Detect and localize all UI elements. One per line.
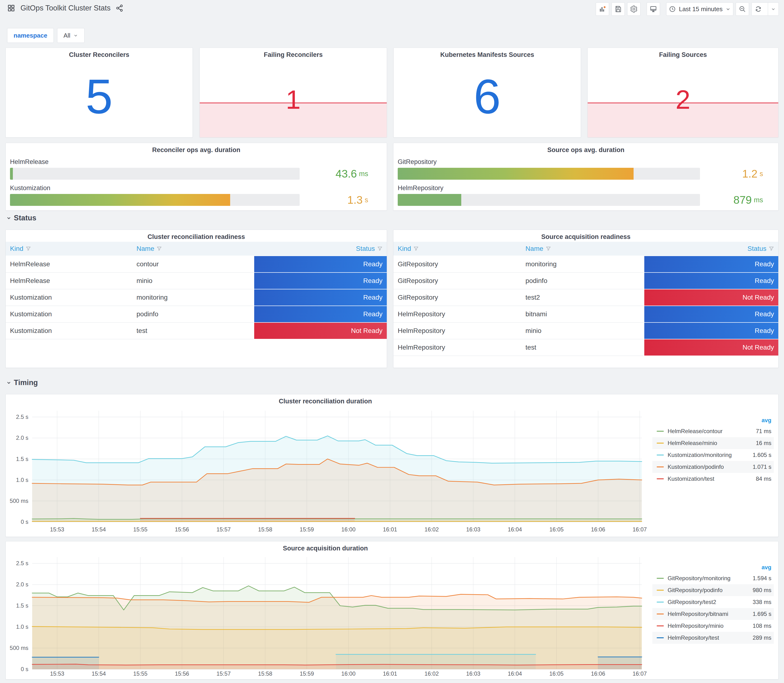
stat-value: 6 <box>474 72 501 121</box>
x-axis-tick-label: 16:07 <box>633 526 647 532</box>
column-header-name[interactable]: Name <box>132 245 253 252</box>
stat-value: 1 <box>286 87 301 113</box>
stat-panel-title[interactable]: Failing Reconcilers <box>200 51 387 59</box>
table-panel-title[interactable]: Source acquisition readiness <box>393 233 778 240</box>
bargauge-row-label: GitRepository <box>398 158 437 166</box>
filter-funnel-icon[interactable] <box>377 246 383 251</box>
legend-series-name: Kustomization/podinfo <box>668 463 753 470</box>
section-status[interactable]: Status <box>6 214 37 222</box>
column-header-kind[interactable]: Kind <box>6 245 132 252</box>
table-row: HelmReleaseminioReady <box>6 273 387 289</box>
time-range-picker[interactable]: Last 15 minutes <box>666 2 733 16</box>
bargauge-panel-title[interactable]: Source ops avg. duration <box>393 146 778 154</box>
column-header-kind[interactable]: Kind <box>393 245 521 252</box>
filter-funnel-icon[interactable] <box>769 246 774 251</box>
legend-series-avg: 108 ms <box>753 622 771 629</box>
save-dashboard-button[interactable] <box>611 2 625 16</box>
legend-item[interactable]: GitRepository/podinfo980 ms <box>653 584 774 596</box>
legend-item[interactable]: Kustomization/podinfo1.071 s <box>653 461 774 473</box>
legend-item[interactable]: HelmRepository/test289 ms <box>653 632 774 644</box>
dashboard-settings-button[interactable] <box>627 2 640 16</box>
legend-avg-header[interactable]: avg <box>653 562 774 572</box>
cell-status-badge: Not Ready <box>254 323 387 339</box>
x-axis-tick-label: 16:00 <box>341 670 356 677</box>
legend-item[interactable]: HelmRelease/contour71 ms <box>653 425 774 437</box>
column-header-status[interactable]: Status <box>644 245 778 252</box>
legend-item[interactable]: HelmRelease/minio16 ms <box>653 437 774 449</box>
x-axis-tick-label: 16:04 <box>508 670 522 677</box>
column-header-label: Kind <box>10 245 23 252</box>
legend-series-name: HelmRepository/minio <box>668 622 753 629</box>
legend-series-swatch <box>657 478 664 479</box>
add-panel-button[interactable] <box>596 2 609 16</box>
time-range-label: Last 15 minutes <box>679 5 723 13</box>
refresh-interval-button[interactable] <box>768 3 779 16</box>
legend-series-name: Kustomization/monitoring <box>668 452 753 459</box>
legend-series-name: Kustomization/test <box>668 476 756 482</box>
y-axis-tick-label: 2.5 s <box>16 414 28 420</box>
stat-panel-title[interactable]: Failing Sources <box>588 51 778 59</box>
bargauge-value-number: 43.6 <box>336 167 357 180</box>
stat-panel-title[interactable]: Kubernetes Manifests Sources <box>394 51 581 59</box>
x-axis-tick-label: 16:05 <box>549 670 564 677</box>
legend-item[interactable]: HelmRepository/bitnami1.695 s <box>653 608 774 620</box>
legend-series-swatch <box>657 443 664 444</box>
bargauge-row-label: HelmRepository <box>398 184 443 192</box>
legend-series-name: HelmRepository/test <box>668 635 753 641</box>
cell-status-badge: Ready <box>254 256 387 272</box>
zoom-out-button[interactable] <box>736 2 749 16</box>
table-row: KustomizationmonitoringReady <box>6 289 387 306</box>
y-axis-tick-label: 2.0 s <box>16 581 28 588</box>
x-axis-tick-label: 15:57 <box>216 670 231 677</box>
filter-funnel-icon[interactable] <box>26 246 31 251</box>
y-axis-tick-label: 1.5 s <box>16 456 28 462</box>
x-axis-tick-label: 15:59 <box>300 670 314 677</box>
legend-avg-header[interactable]: avg <box>653 415 774 425</box>
stat-panel-title[interactable]: Cluster Reconcilers <box>6 51 192 59</box>
legend-item[interactable]: GitRepository/monitoring1.594 s <box>653 572 774 584</box>
x-axis-tick-label: 15:56 <box>175 670 189 677</box>
x-axis-tick-label: 16:06 <box>591 526 605 532</box>
x-axis-tick-label: 15:56 <box>175 526 189 532</box>
y-axis-tick-label: 0 s <box>21 666 28 672</box>
section-timing[interactable]: Timing <box>6 378 38 387</box>
chevron-down-icon <box>725 6 731 12</box>
legend-series-name: GitRepository/test2 <box>668 599 753 605</box>
column-header-name[interactable]: Name <box>521 245 644 252</box>
stat-value: 2 <box>675 87 690 113</box>
table-row: KustomizationpodinfoReady <box>6 306 387 323</box>
legend-series-avg: 16 ms <box>756 440 771 446</box>
table-row: GitRepositorypodinfoReady <box>393 273 778 289</box>
dashboard-header: GitOps Toolkit Cluster Stats <box>7 4 123 12</box>
share-icon[interactable] <box>115 4 123 12</box>
x-axis-tick-label: 16:06 <box>591 670 605 677</box>
legend-item[interactable]: Kustomization/test84 ms <box>653 473 774 485</box>
y-axis-tick-label: 0 s <box>21 519 28 525</box>
filter-funnel-icon[interactable] <box>546 246 551 251</box>
legend-item[interactable]: Kustomization/monitoring1.605 s <box>653 449 774 461</box>
table-row: KustomizationtestNot Ready <box>6 323 387 339</box>
table-header-row: KindNameStatus <box>393 242 778 256</box>
namespace-variable-value-dropdown[interactable]: All <box>57 28 85 43</box>
filter-funnel-icon[interactable] <box>157 246 162 251</box>
column-header-label: Status <box>747 245 766 252</box>
filter-funnel-icon[interactable] <box>414 246 418 251</box>
legend-item[interactable]: GitRepository/test2338 ms <box>653 596 774 608</box>
chevron-down-icon <box>771 6 776 11</box>
table-panel-title[interactable]: Cluster reconciliation readiness <box>6 233 387 240</box>
apps-grid-icon[interactable] <box>7 4 15 12</box>
cell-status-badge: Ready <box>644 323 778 339</box>
bargauge-value-number: 1.3 <box>348 194 363 206</box>
namespace-variable-label[interactable]: namespace <box>7 28 54 43</box>
column-header-label: Name <box>136 245 154 252</box>
cell-kind: Kustomization <box>6 323 132 339</box>
x-axis-tick-label: 15:55 <box>133 526 148 532</box>
refresh-button[interactable] <box>752 3 765 16</box>
cell-status-badge: Ready <box>254 289 387 306</box>
column-header-status[interactable]: Status <box>253 245 387 252</box>
cell-name: minio <box>132 273 253 289</box>
bargauge-panel-title[interactable]: Reconciler ops avg. duration <box>6 146 387 154</box>
cycle-view-button[interactable] <box>647 2 660 16</box>
legend-item[interactable]: HelmRepository/minio108 ms <box>653 620 774 632</box>
legend-series-avg: 1.594 s <box>753 575 771 582</box>
